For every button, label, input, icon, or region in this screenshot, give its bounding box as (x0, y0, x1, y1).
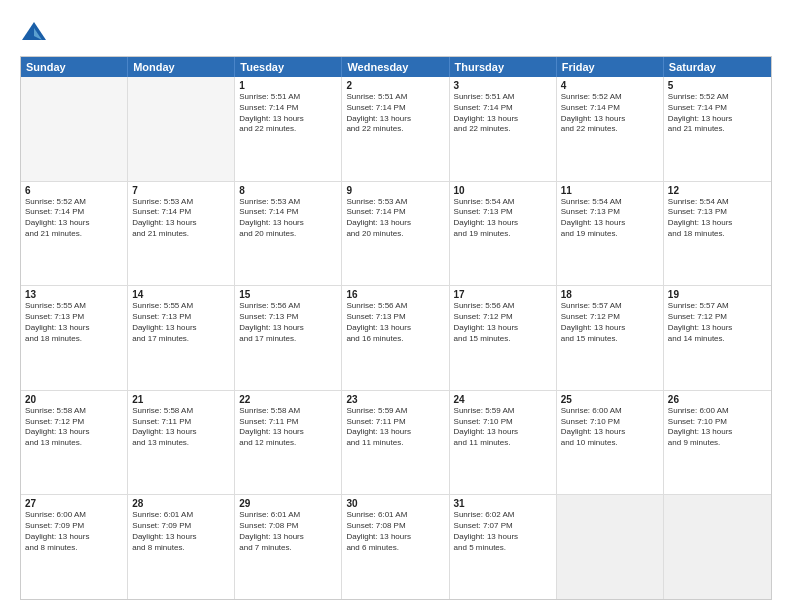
calendar-header-cell: Tuesday (235, 57, 342, 77)
day-number: 26 (668, 394, 767, 405)
cell-line: Sunset: 7:13 PM (454, 207, 552, 218)
cell-line: Sunrise: 5:59 AM (346, 406, 444, 417)
cell-line: Daylight: 13 hours (346, 323, 444, 334)
cell-line: Sunset: 7:12 PM (25, 417, 123, 428)
cell-line: Sunrise: 5:58 AM (239, 406, 337, 417)
cell-line: Sunset: 7:08 PM (346, 521, 444, 532)
day-number: 6 (25, 185, 123, 196)
cell-line: Sunrise: 5:55 AM (132, 301, 230, 312)
cell-line: and 16 minutes. (346, 334, 444, 345)
calendar-cell: 6Sunrise: 5:52 AMSunset: 7:14 PMDaylight… (21, 182, 128, 286)
cell-line: Sunset: 7:14 PM (239, 103, 337, 114)
calendar-cell: 1Sunrise: 5:51 AMSunset: 7:14 PMDaylight… (235, 77, 342, 181)
calendar-cell: 11Sunrise: 5:54 AMSunset: 7:13 PMDayligh… (557, 182, 664, 286)
calendar-cell: 17Sunrise: 5:56 AMSunset: 7:12 PMDayligh… (450, 286, 557, 390)
cell-line: Sunset: 7:13 PM (239, 312, 337, 323)
cell-line: Sunset: 7:14 PM (561, 103, 659, 114)
cell-line: Sunrise: 5:59 AM (454, 406, 552, 417)
day-number: 28 (132, 498, 230, 509)
calendar-row: 27Sunrise: 6:00 AMSunset: 7:09 PMDayligh… (21, 495, 771, 599)
calendar-cell: 8Sunrise: 5:53 AMSunset: 7:14 PMDaylight… (235, 182, 342, 286)
calendar-cell: 4Sunrise: 5:52 AMSunset: 7:14 PMDaylight… (557, 77, 664, 181)
cell-line: Sunset: 7:11 PM (346, 417, 444, 428)
cell-line: and 7 minutes. (239, 543, 337, 554)
cell-line: Sunrise: 5:51 AM (239, 92, 337, 103)
cell-line: Sunrise: 5:53 AM (346, 197, 444, 208)
calendar-header-cell: Friday (557, 57, 664, 77)
cell-line: Sunset: 7:13 PM (346, 312, 444, 323)
calendar-row: 1Sunrise: 5:51 AMSunset: 7:14 PMDaylight… (21, 77, 771, 182)
day-number: 30 (346, 498, 444, 509)
cell-line: Sunset: 7:14 PM (346, 103, 444, 114)
day-number: 18 (561, 289, 659, 300)
calendar: SundayMondayTuesdayWednesdayThursdayFrid… (20, 56, 772, 600)
day-number: 31 (454, 498, 552, 509)
cell-line: Sunrise: 5:53 AM (132, 197, 230, 208)
cell-line: Sunset: 7:11 PM (132, 417, 230, 428)
cell-line: Sunrise: 5:54 AM (668, 197, 767, 208)
cell-line: and 15 minutes. (561, 334, 659, 345)
calendar-cell: 16Sunrise: 5:56 AMSunset: 7:13 PMDayligh… (342, 286, 449, 390)
cell-line: Sunrise: 5:58 AM (132, 406, 230, 417)
cell-line: and 20 minutes. (346, 229, 444, 240)
cell-line: Sunset: 7:12 PM (454, 312, 552, 323)
day-number: 19 (668, 289, 767, 300)
calendar-cell: 14Sunrise: 5:55 AMSunset: 7:13 PMDayligh… (128, 286, 235, 390)
cell-line: Daylight: 13 hours (561, 323, 659, 334)
cell-line: Sunrise: 6:00 AM (25, 510, 123, 521)
cell-line: Sunset: 7:08 PM (239, 521, 337, 532)
calendar-cell: 13Sunrise: 5:55 AMSunset: 7:13 PMDayligh… (21, 286, 128, 390)
calendar-cell: 25Sunrise: 6:00 AMSunset: 7:10 PMDayligh… (557, 391, 664, 495)
cell-line: and 21 minutes. (132, 229, 230, 240)
cell-line: Sunrise: 5:56 AM (346, 301, 444, 312)
calendar-cell: 30Sunrise: 6:01 AMSunset: 7:08 PMDayligh… (342, 495, 449, 599)
day-number: 17 (454, 289, 552, 300)
cell-line: Sunrise: 5:51 AM (346, 92, 444, 103)
calendar-cell: 20Sunrise: 5:58 AMSunset: 7:12 PMDayligh… (21, 391, 128, 495)
day-number: 12 (668, 185, 767, 196)
cell-line: Sunrise: 5:51 AM (454, 92, 552, 103)
day-number: 11 (561, 185, 659, 196)
cell-line: Daylight: 13 hours (239, 427, 337, 438)
cell-line: Sunset: 7:13 PM (561, 207, 659, 218)
cell-line: Sunset: 7:10 PM (561, 417, 659, 428)
calendar-cell: 22Sunrise: 5:58 AMSunset: 7:11 PMDayligh… (235, 391, 342, 495)
cell-line: Daylight: 13 hours (239, 218, 337, 229)
cell-line: Daylight: 13 hours (239, 323, 337, 334)
cell-line: Sunrise: 6:00 AM (668, 406, 767, 417)
cell-line: Sunset: 7:09 PM (132, 521, 230, 532)
day-number: 25 (561, 394, 659, 405)
cell-line: Sunset: 7:14 PM (132, 207, 230, 218)
cell-line: Daylight: 13 hours (346, 114, 444, 125)
cell-line: Sunset: 7:13 PM (25, 312, 123, 323)
day-number: 3 (454, 80, 552, 91)
calendar-header-cell: Thursday (450, 57, 557, 77)
calendar-cell: 2Sunrise: 5:51 AMSunset: 7:14 PMDaylight… (342, 77, 449, 181)
cell-line: and 19 minutes. (561, 229, 659, 240)
calendar-body: 1Sunrise: 5:51 AMSunset: 7:14 PMDaylight… (21, 77, 771, 599)
day-number: 27 (25, 498, 123, 509)
calendar-cell: 31Sunrise: 6:02 AMSunset: 7:07 PMDayligh… (450, 495, 557, 599)
cell-line: Daylight: 13 hours (25, 427, 123, 438)
day-number: 4 (561, 80, 659, 91)
day-number: 15 (239, 289, 337, 300)
cell-line: Sunrise: 6:01 AM (132, 510, 230, 521)
calendar-header-cell: Saturday (664, 57, 771, 77)
cell-line: Sunset: 7:14 PM (454, 103, 552, 114)
calendar-row: 6Sunrise: 5:52 AMSunset: 7:14 PMDaylight… (21, 182, 771, 287)
cell-line: Sunrise: 5:57 AM (668, 301, 767, 312)
cell-line: and 20 minutes. (239, 229, 337, 240)
day-number: 23 (346, 394, 444, 405)
cell-line: and 22 minutes. (239, 124, 337, 135)
day-number: 2 (346, 80, 444, 91)
cell-line: and 12 minutes. (239, 438, 337, 449)
calendar-cell: 28Sunrise: 6:01 AMSunset: 7:09 PMDayligh… (128, 495, 235, 599)
cell-line: Daylight: 13 hours (346, 427, 444, 438)
cell-line: Daylight: 13 hours (454, 323, 552, 334)
cell-line: Daylight: 13 hours (25, 218, 123, 229)
calendar-row: 20Sunrise: 5:58 AMSunset: 7:12 PMDayligh… (21, 391, 771, 496)
cell-line: Sunset: 7:13 PM (132, 312, 230, 323)
cell-line: Sunrise: 5:52 AM (25, 197, 123, 208)
cell-line: Sunset: 7:07 PM (454, 521, 552, 532)
cell-line: Daylight: 13 hours (668, 114, 767, 125)
